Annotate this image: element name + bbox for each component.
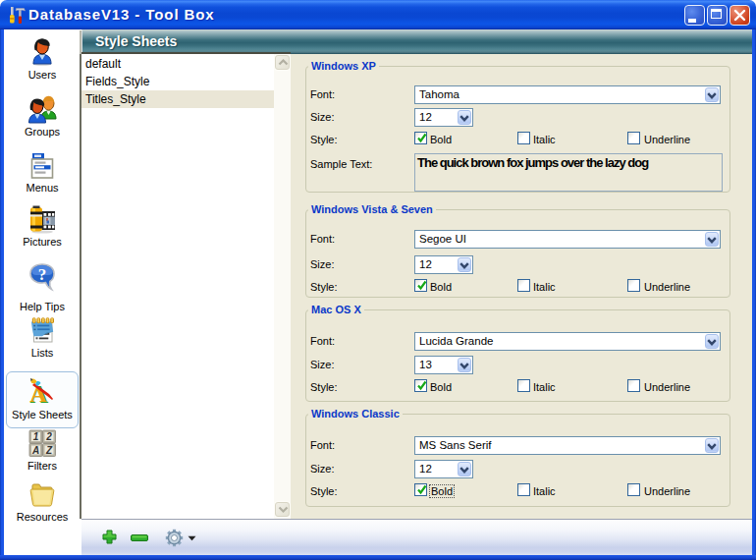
svg-text:2: 2 — [45, 431, 52, 442]
svg-text:A: A — [31, 445, 39, 456]
svg-text:1: 1 — [33, 431, 39, 442]
svg-text:?: ? — [38, 265, 47, 284]
svg-text:Z: Z — [45, 445, 53, 456]
